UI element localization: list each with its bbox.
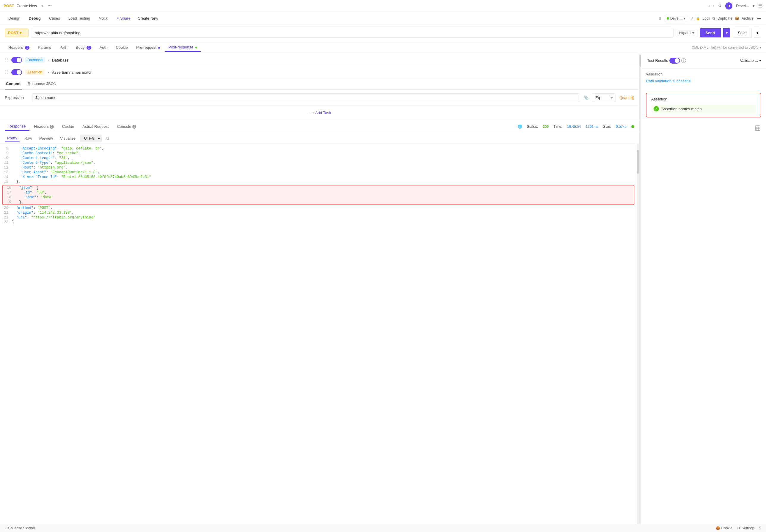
tab-load-testing[interactable]: Load Testing <box>65 14 94 22</box>
toggle-assertion[interactable] <box>11 69 22 75</box>
toggle-database[interactable] <box>11 57 22 63</box>
pre-request-dot <box>158 47 160 49</box>
expression-icon[interactable]: 📎 <box>584 95 589 100</box>
save-button[interactable]: Save <box>733 28 752 38</box>
resp-tab-cookie[interactable]: Cookie <box>59 122 78 130</box>
code-line: 9 "Cache-Control": "no-cache", <box>0 151 637 156</box>
raw-tab[interactable]: Raw <box>22 135 34 142</box>
status-code: 200 <box>543 125 549 129</box>
console-count-badge: 1 <box>132 125 136 129</box>
env-settings-icon[interactable]: ⇄ <box>691 16 693 21</box>
url-input[interactable] <box>31 28 674 38</box>
table-icon-button[interactable] <box>754 125 761 132</box>
duplicate-icon[interactable]: ⧉ <box>712 16 715 21</box>
preview-tab[interactable]: Preview <box>37 135 55 142</box>
tab-share[interactable]: ↗ Share <box>112 14 134 22</box>
validation-title: Validation <box>646 72 761 76</box>
sidebar-toggle-icon[interactable] <box>757 17 761 20</box>
nav-right: ⊞ Devel... ▾ ⇄ 🔒 Lock ⧉ Duplicate 📦 Arch… <box>659 15 754 22</box>
script-name-database: Database <box>52 58 69 62</box>
encoding-select[interactable]: UTF-8 <box>80 135 102 142</box>
add-task-icon: + <box>308 111 310 115</box>
hamburger-menu-icon[interactable]: ☰ <box>758 3 762 9</box>
resp-tab-actual-request[interactable]: Actual Request <box>79 122 112 130</box>
tab-params[interactable]: Params <box>34 43 55 51</box>
bottom-cookie-button[interactable]: 🍪 Cookie <box>716 526 732 530</box>
tag-database[interactable]: Database <box>25 57 45 63</box>
code-line: 11 "Content-Type": "application/json", <box>0 160 637 165</box>
main-content: ⠿ Database › Database ⠿ Assertion ▾ Asse… <box>0 54 766 524</box>
collapse-sidebar-button[interactable]: « Collapse Sidebar <box>5 526 35 530</box>
send-dropdown-button[interactable]: ▾ <box>723 28 730 37</box>
tab-body[interactable]: Body 1 <box>72 43 95 51</box>
send-button[interactable]: Send <box>700 28 721 37</box>
title-method: POST <box>4 4 14 8</box>
add-task-label: + Add Task <box>312 111 331 115</box>
help-icon[interactable]: ? <box>681 58 686 63</box>
navigate-forward-button[interactable]: › <box>713 4 715 8</box>
settings-icon[interactable]: ⚙ <box>718 4 722 8</box>
expression-row: Expression 📎 Eq Ne Gt {{name}} <box>0 90 639 106</box>
pretty-tab[interactable]: Pretty <box>5 135 20 142</box>
size-value: 0.57kb <box>616 125 627 129</box>
test-results-toggle[interactable] <box>669 58 680 64</box>
lock-icon[interactable]: 🔒 <box>696 16 700 21</box>
response-options: Pretty Raw Preview Visualize UTF-8 ⧉ <box>0 133 639 144</box>
new-tab-button[interactable]: + <box>39 3 45 9</box>
vertical-scrollbar[interactable] <box>637 144 639 524</box>
visualize-tab[interactable]: Visualize <box>58 135 78 142</box>
svg-rect-0 <box>755 126 760 130</box>
tab-pre-request[interactable]: Pre-request <box>133 43 164 51</box>
tab-path[interactable]: Path <box>56 43 71 51</box>
workspace-chevron[interactable]: ▾ <box>753 4 755 8</box>
bottom-settings-icon: ⚙ <box>737 526 740 530</box>
tab-cookie[interactable]: Cookie <box>112 43 131 51</box>
tab-debug[interactable]: Debug <box>25 14 44 22</box>
check-icon: ✓ <box>654 106 659 111</box>
protocol-selector[interactable]: http/1.1 ▾ <box>676 29 697 37</box>
bottom-settings-button[interactable]: ⚙ Settings <box>737 526 754 530</box>
resp-tab-headers[interactable]: Headers 7 <box>31 122 57 130</box>
share-label: Share <box>120 16 130 21</box>
title-tab-name: Create New <box>16 4 37 8</box>
resp-tab-console[interactable]: Console 1 <box>114 122 140 130</box>
drag-handle-database[interactable]: ⠿ <box>5 57 8 63</box>
tab-cases[interactable]: Cases <box>45 14 64 22</box>
env-status-dot <box>667 17 669 20</box>
code-line: 18 "name": "Mata" <box>3 195 634 200</box>
method-label: POST <box>8 31 18 35</box>
scrollbar-thumb[interactable] <box>637 150 639 174</box>
tab-design[interactable]: Design <box>5 14 24 22</box>
content-tab-response-json[interactable]: Response JSON <box>26 78 58 89</box>
tab-post-response[interactable]: Post-response <box>165 43 200 52</box>
content-tab-content[interactable]: Content <box>5 78 22 89</box>
copy-button[interactable]: ⧉ <box>104 135 111 142</box>
bottom-bar: « Collapse Sidebar 🍪 Cookie ⚙ Settings ? <box>0 524 766 532</box>
expression-input[interactable] <box>32 93 580 102</box>
validate-chevron: ▾ <box>759 58 761 63</box>
env-chevron: ▾ <box>684 16 685 21</box>
operator-select[interactable]: Eq Ne Gt <box>592 93 616 102</box>
validation-success-msg[interactable]: Data validation successful <box>646 79 761 83</box>
environment-selector[interactable]: Devel... ▾ <box>664 15 688 22</box>
tab-headers[interactable]: Headers 1 <box>5 43 33 51</box>
post-response-dot <box>195 47 197 48</box>
tag-assertion[interactable]: Assertion <box>25 70 45 75</box>
right-panel: Test Results ? Validate ... ▾ Validation… <box>641 54 766 524</box>
validate-button[interactable]: Validate ... ▾ <box>740 58 761 63</box>
method-selector[interactable]: POST ▾ <box>5 29 29 37</box>
navigate-back-button[interactable]: ‹ <box>708 4 710 8</box>
archive-icon[interactable]: 📦 <box>735 16 739 21</box>
help-bottom-icon[interactable]: ? <box>759 526 761 530</box>
add-task-button[interactable]: + + Add Task <box>0 106 639 120</box>
layout-icon[interactable]: ⊞ <box>659 16 662 21</box>
resp-tab-response[interactable]: Response <box>5 122 29 131</box>
tab-mock[interactable]: Mock <box>95 14 111 22</box>
drag-handle-assertion[interactable]: ⠿ <box>5 70 8 75</box>
code-line: 12 "Host": "httpbin.org", <box>0 165 637 170</box>
code-panel[interactable]: 8 "Accept-Encoding": "gzip, deflate, br"… <box>0 144 637 524</box>
headers-count-badge: 7 <box>50 125 54 129</box>
more-options-button[interactable]: ••• <box>48 4 52 8</box>
save-dropdown-button[interactable]: ▾ <box>754 28 761 38</box>
tab-auth[interactable]: Auth <box>96 43 111 51</box>
